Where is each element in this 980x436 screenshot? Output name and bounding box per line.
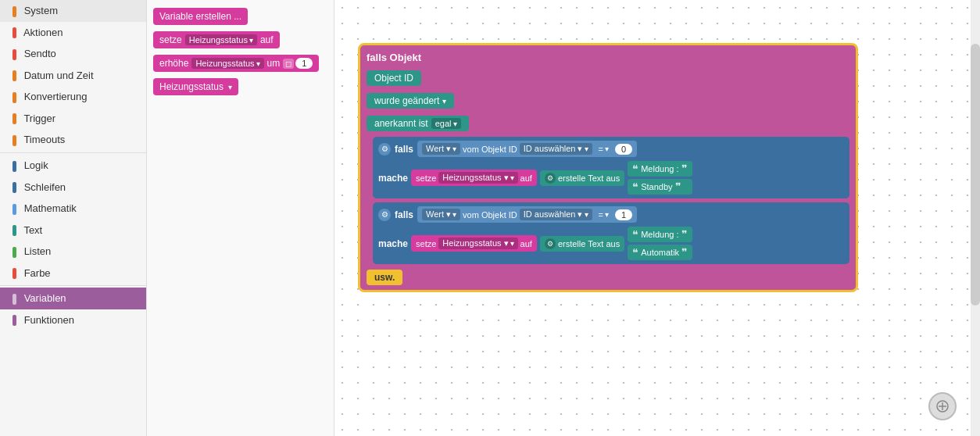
text-value-2b[interactable]: ❝ Automatik ❞: [628, 245, 692, 260]
sidebar-item-logik[interactable]: Logik: [0, 155, 146, 177]
sidebar: System Aktionen Sendto Datum und Zeit Ko…: [0, 0, 147, 436]
falls-objekt-label: falls Objekt: [367, 52, 421, 63]
mache-row-2: mache setze Heizungsstatus ▾ auf ⚙ erste…: [378, 227, 844, 260]
sidebar-item-aktionen[interactable]: Aktionen: [0, 22, 146, 44]
inner-if-1-condition: ⚙ falls Wert ▾ vom Objekt ID ID auswähle…: [378, 141, 844, 157]
wurde-geaendert-block[interactable]: wurde geändert ▾: [367, 93, 454, 109]
mache-row-1: mache setze Heizungsstatus ▾ auf ⚙ erste…: [378, 161, 844, 195]
gear-icon-2[interactable]: ⚙: [378, 209, 391, 221]
inner-if-block-1: ⚙ falls Wert ▾ vom Objekt ID ID auswähle…: [373, 137, 849, 198]
block-erhoehe-value[interactable]: 1: [295, 58, 313, 69]
text-value-1a[interactable]: ❝ Meldung : ❞: [628, 161, 692, 177]
gear-icon-erstelle-1[interactable]: ⚙: [545, 173, 556, 184]
sidebar-item-timeouts[interactable]: Timeouts: [0, 129, 146, 151]
id-dropdown-1[interactable]: ID auswählen ▾: [520, 143, 592, 155]
gear-icon-1[interactable]: ⚙: [378, 143, 391, 155]
value-1[interactable]: 0: [615, 144, 632, 155]
block-setze[interactable]: setze Heizungsstatus auf: [153, 31, 280, 48]
compass-icon: [935, 399, 950, 413]
block-erhoehe-dropdown[interactable]: Heizungsstatus: [191, 58, 263, 69]
sidebar-item-konvertierung[interactable]: Konvertierung: [0, 86, 146, 108]
sidebar-item-trigger[interactable]: Trigger: [0, 108, 146, 130]
id-dropdown-2[interactable]: ID auswählen ▾: [520, 209, 592, 220]
anerkannt-block[interactable]: anerkannt ist egal: [367, 116, 469, 131]
anerkannt-dropdown[interactable]: egal: [431, 118, 461, 129]
wurde-geaendert-row: wurde geändert ▾: [367, 91, 849, 110]
inner-if-2-condition: ⚙ falls Wert ▾ vom Objekt ID ID auswähle…: [378, 206, 844, 223]
sidebar-item-farbe[interactable]: Farbe: [0, 263, 146, 284]
sidebar-item-text[interactable]: Text: [0, 220, 146, 241]
sidebar-item-funktionen[interactable]: Funktionen: [0, 309, 146, 331]
object-id-block[interactable]: Object ID: [367, 70, 421, 86]
usw-block[interactable]: usw.: [367, 270, 402, 285]
condition-block-2[interactable]: Wert ▾ vom Objekt ID ID auswählen ▾ = ▾ …: [417, 206, 637, 223]
block-variable-erstellen-label: Variable erstellen ...: [159, 11, 241, 22]
divider-1: [0, 152, 146, 153]
canvas[interactable]: falls Objekt Object ID wurde geändert ▾ …: [334, 0, 980, 436]
sidebar-item-datum[interactable]: Datum und Zeit: [0, 65, 146, 87]
divider-2: [0, 285, 146, 286]
wert-dropdown-1[interactable]: Wert ▾: [422, 143, 460, 155]
outer-if-container[interactable]: falls Objekt Object ID wurde geändert ▾ …: [358, 43, 858, 292]
sidebar-item-sendto[interactable]: Sendto: [0, 43, 146, 65]
setze-block-1[interactable]: setze Heizungsstatus ▾ auf: [411, 170, 537, 186]
blocks-panel: Variable erstellen ... setze Heizungssta…: [147, 0, 334, 436]
block-variable-erstellen[interactable]: Variable erstellen ...: [153, 8, 248, 25]
anerkannt-row: anerkannt ist egal: [367, 114, 849, 133]
scrollbar[interactable]: [971, 0, 980, 436]
wert-dropdown-2[interactable]: Wert ▾: [422, 209, 460, 220]
condition-block-1[interactable]: Wert ▾ vom Objekt ID ID auswählen ▾ = ▾ …: [417, 141, 637, 157]
main-area: Variable erstellen ... setze Heizungssta…: [147, 0, 980, 436]
text-value-1b[interactable]: ❝ Standby ❞: [628, 179, 692, 195]
falls-objekt-header: falls Objekt: [367, 50, 849, 65]
sidebar-item-listen[interactable]: Listen: [0, 241, 146, 263]
block-setze-dropdown[interactable]: Heizungsstatus: [185, 34, 257, 45]
setze-block-2[interactable]: setze Heizungsstatus ▾ auf: [411, 235, 537, 252]
inner-if-block-2: ⚙ falls Wert ▾ vom Objekt ID ID auswähle…: [373, 202, 849, 264]
heizung-dropdown-2[interactable]: Heizungsstatus ▾: [438, 238, 517, 249]
sidebar-item-schleifen[interactable]: Schleifen: [0, 177, 146, 198]
text-value-2a[interactable]: ❝ Meldung : ❞: [628, 227, 692, 242]
scrollbar-thumb[interactable]: [971, 44, 980, 306]
footer-usw: usw.: [367, 270, 849, 285]
value-2[interactable]: 1: [615, 209, 632, 220]
erstelle-block-1[interactable]: ⚙ erstelle Text aus: [540, 170, 624, 186]
sidebar-item-system[interactable]: System: [0, 0, 146, 22]
object-id-row: Object ID: [367, 69, 849, 88]
nav-circle-button[interactable]: [928, 392, 957, 420]
sidebar-item-mathematik[interactable]: Mathematik: [0, 198, 146, 220]
block-erhoehe[interactable]: erhöhe Heizungsstatus um ◻ 1: [153, 55, 319, 72]
erstelle-block-2[interactable]: ⚙ erstelle Text aus: [540, 236, 624, 252]
gear-icon-erstelle-2[interactable]: ⚙: [545, 238, 556, 249]
sidebar-item-variablen[interactable]: Variablen: [0, 288, 146, 309]
block-heizungsstatus-var[interactable]: Heizungsstatus ▾: [153, 78, 238, 95]
heizung-dropdown-1[interactable]: Heizungsstatus ▾: [438, 172, 517, 184]
